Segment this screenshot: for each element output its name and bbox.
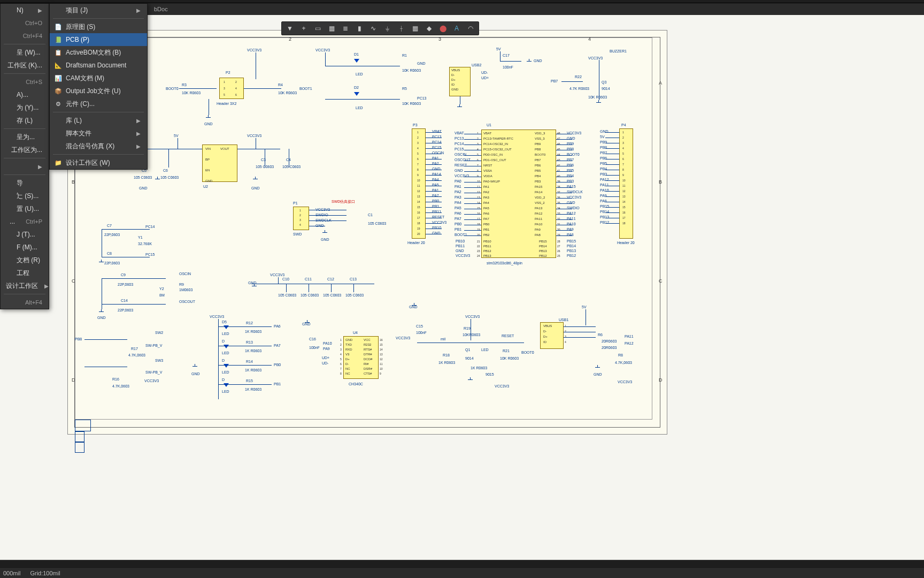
menu-item[interactable]: 存 (L) [1, 114, 49, 127]
align-button[interactable]: ≣ [340, 22, 351, 34]
menu-item[interactable]: 呈 (W)... [1, 46, 49, 59]
text-button[interactable]: A [451, 22, 463, 34]
dim-button[interactable]: ⟊ [395, 22, 407, 34]
menu-item[interactable]: 📗PCB (P) [50, 33, 147, 46]
menu-item[interactable]: 为 (Y)... [1, 101, 49, 114]
wire [426, 191, 442, 192]
menu-item[interactable]: 📦Output Job文件 (U) [50, 85, 147, 97]
menu-item[interactable]: Ctrl+S [1, 75, 49, 88]
gnd-symbol [457, 104, 463, 110]
panel-divider[interactable] [0, 560, 924, 567]
sch-text: 105 C0603 [278, 293, 296, 297]
arc-button[interactable]: ◠ [465, 22, 476, 34]
gnd-symbol [99, 260, 104, 265]
menu-item[interactable]: A)... [1, 88, 49, 101]
net-button[interactable]: ⬤ [437, 22, 449, 34]
wire [426, 186, 442, 186]
sch-text: 5 [622, 152, 624, 155]
sch-text: PB14 [567, 244, 576, 248]
gnd-button[interactable]: ⏚ [381, 22, 393, 34]
sch-text: R18 [443, 353, 450, 357]
wire [309, 215, 346, 216]
menu-item[interactable]: 工程 [1, 267, 49, 279]
sch-text: U1 [487, 123, 491, 127]
menu-item[interactable]: 文档 (R) [1, 254, 49, 267]
menu-item[interactable]: 库 (L)▶ [50, 114, 147, 127]
menu-item[interactable]: 设计工作区▶ [1, 279, 49, 292]
sch-text: 6 [417, 157, 419, 161]
sch-text: D- [451, 73, 455, 77]
sch-text: PB0 [483, 223, 489, 226]
sch-text: 2 [299, 214, 301, 217]
sch-text: PB13 [567, 249, 576, 253]
menu-item[interactable]: Ctrl+O [1, 17, 49, 29]
menu-item[interactable]: 辷 (S)... [1, 189, 49, 202]
sch-text: 5 [340, 358, 342, 361]
wire [139, 149, 209, 149]
group-button[interactable]: ▦ [326, 22, 337, 34]
menu-item[interactable]: 呈为... [1, 131, 49, 143]
plus-button[interactable]: + [298, 22, 310, 34]
menu-item[interactable]: 📐Draftsman Document [50, 59, 147, 72]
sch-text: 9 [477, 174, 479, 178]
sch-text: 6 [622, 157, 624, 161]
sch-text: 10K R0603 [402, 69, 421, 72]
chip-button[interactable]: ▦ [409, 22, 421, 34]
wire [556, 214, 572, 215]
sch-text: 45 [557, 148, 560, 151]
sch-text: RTS# [364, 348, 372, 351]
wire [464, 193, 481, 193]
menu-item[interactable]: Alt+F4 [1, 296, 49, 309]
menu-item[interactable]: 📁设计工作区 (W) [50, 156, 147, 169]
sch-text: GND [205, 179, 212, 182]
menu-item[interactable]: 工作区 (K)... [1, 59, 49, 72]
filter-button[interactable]: ▼ [284, 22, 296, 34]
new-submenu[interactable]: 项目 (J)▶📄原理图 (S)📗PCB (P)📋ActiveBOM文档 (B)📐… [49, 3, 148, 170]
sch-text: 36 [557, 196, 560, 199]
menu-item[interactable]: 📋ActiveBOM文档 (B) [50, 46, 147, 59]
sch-text: 12 [380, 358, 383, 361]
gnd-symbol [155, 177, 160, 182]
sch-text: PB6 [535, 164, 541, 167]
menu-item[interactable]: N)▶ [1, 4, 49, 17]
menu-item[interactable]: 脚本文件▶ [50, 127, 147, 140]
menu-item[interactable]: 项目 (J)▶ [50, 4, 147, 17]
sch-text: 5V [174, 134, 179, 138]
menu-item[interactable]: 📊CAM文档 (M) [50, 72, 147, 85]
menu-item[interactable]: ▶ [1, 160, 49, 173]
menu-item[interactable]: J (T)... [1, 228, 49, 241]
menu-item[interactable]: 混合信号仿真 (X)▶ [50, 140, 147, 153]
menu-item[interactable]: 📄原理图 (S) [50, 20, 147, 33]
wave-button[interactable]: ∿ [367, 22, 379, 34]
vline-button[interactable]: ▮ [353, 22, 365, 34]
tag-button[interactable]: ◆ [423, 22, 435, 34]
wire [564, 326, 596, 327]
sch-text: 9014 [602, 87, 610, 90]
sch-text: D+ [345, 358, 350, 361]
menu-item[interactable]: 导 [1, 177, 49, 189]
sch-text: 1 [299, 209, 301, 212]
sch-text: PB11 [483, 245, 491, 248]
sch-text: 10 [380, 367, 383, 370]
sch-text: 100nF [503, 65, 513, 69]
tab-active[interactable]: bDoc [150, 6, 172, 12]
menu-item[interactable]: F (M)... [1, 241, 49, 254]
wire [102, 229, 150, 230]
menu-item[interactable]: ...Ctrl+P [1, 215, 49, 228]
sch-text: RXD [345, 348, 352, 351]
sch-text: VSS_2 [535, 201, 545, 204]
wire [251, 284, 374, 284]
wire [325, 52, 326, 66]
menu-item[interactable]: 置 (U)... [1, 202, 49, 215]
sch-text: GND [321, 238, 329, 241]
file-menu[interactable]: N)▶Ctrl+OCtrl+F4呈 (W)...工作区 (K)...Ctrl+S… [0, 3, 49, 309]
sch-text: 41 [557, 169, 560, 172]
sch-text: DCD# [364, 358, 372, 361]
menu-item[interactable]: ⚙元件 (C)... [50, 97, 147, 110]
rect-button[interactable]: ▭ [312, 22, 324, 34]
gnd-symbol [527, 59, 532, 64]
menu-item[interactable]: Ctrl+F4 [1, 29, 49, 42]
sch-text: 1K R0603 [245, 387, 261, 391]
floating-toolbar[interactable]: ▼+▭▦≣▮∿⏚⟊▦◆⬤A◠ [281, 21, 479, 35]
menu-item[interactable]: 工作区为... [1, 143, 49, 156]
